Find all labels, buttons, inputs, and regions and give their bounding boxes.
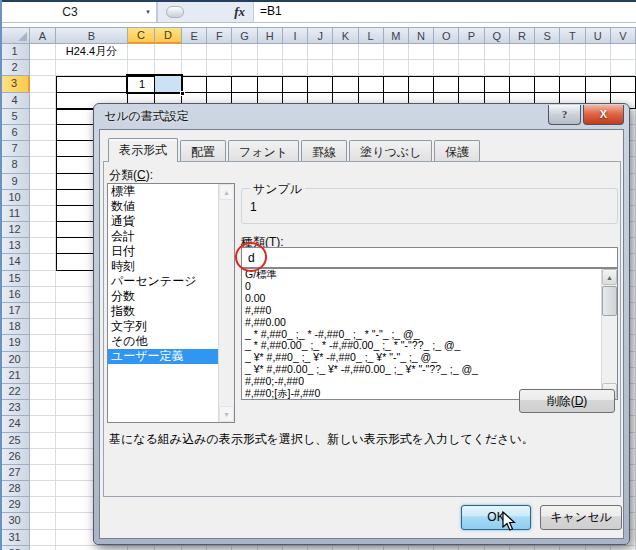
cell-N1[interactable] [409, 44, 434, 60]
cell-A21[interactable] [30, 368, 56, 384]
dialog-help-button[interactable]: ? [548, 105, 581, 125]
ok-button[interactable]: OK [461, 505, 531, 530]
cell-V1[interactable] [611, 44, 636, 60]
cell-K3[interactable] [333, 76, 358, 92]
tab-1[interactable]: 表示形式 [108, 138, 178, 162]
cell-J1[interactable] [308, 44, 333, 60]
cell-F32[interactable] [207, 546, 232, 550]
column-header-H[interactable]: H [258, 27, 283, 44]
cell-R1[interactable] [510, 44, 535, 60]
cell-O3[interactable] [434, 76, 459, 92]
cell-B1[interactable]: H24.4月分 [56, 44, 128, 60]
cell-P2[interactable] [459, 60, 484, 76]
scroll-down-icon[interactable]: ▼ [219, 406, 234, 422]
row-header-16[interactable]: 16 [0, 287, 30, 303]
row-header-3[interactable]: 3 [0, 76, 30, 92]
cell-L1[interactable] [359, 44, 384, 60]
cell-J3[interactable] [308, 76, 333, 92]
cell-V3[interactable] [611, 76, 636, 92]
cell-Q1[interactable] [485, 44, 510, 60]
name-box-dropdown-icon[interactable]: ▾ [140, 8, 156, 16]
cell-Q2[interactable] [485, 60, 510, 76]
column-header-T[interactable]: T [560, 27, 585, 44]
row-header-13[interactable]: 13 [0, 238, 30, 254]
cell-A3[interactable] [30, 76, 56, 92]
row-header-24[interactable]: 24 [0, 416, 30, 432]
cell-G32[interactable] [232, 546, 257, 550]
cell-S2[interactable] [535, 60, 560, 76]
column-header-F[interactable]: F [207, 27, 232, 44]
row-header-23[interactable]: 23 [0, 400, 30, 416]
cell-B2[interactable] [56, 60, 128, 76]
row-header-21[interactable]: 21 [0, 368, 30, 384]
cell-H3[interactable] [258, 76, 283, 92]
insert-function-icon[interactable]: fx [234, 4, 245, 20]
column-header-P[interactable]: P [459, 27, 484, 44]
column-header-C[interactable]: C [128, 27, 155, 44]
cell-K32[interactable] [333, 546, 358, 550]
cell-A6[interactable] [30, 125, 56, 141]
column-header-U[interactable]: U [586, 27, 611, 44]
cell-T1[interactable] [560, 44, 585, 60]
cell-J2[interactable] [308, 60, 333, 76]
select-all-corner[interactable] [0, 27, 30, 44]
cell-E32[interactable] [182, 546, 207, 550]
category-item[interactable]: 数値 [108, 199, 219, 214]
cell-P32[interactable] [459, 546, 484, 550]
cell-A32[interactable] [30, 546, 56, 550]
category-listbox[interactable]: ▲ ▼ 標準数値通貨会計日付時刻パーセンテージ分数指数文字列その他ユーザー定義 [107, 183, 235, 423]
cell-O1[interactable] [434, 44, 459, 60]
category-item[interactable]: 標準 [108, 184, 219, 199]
column-header-O[interactable]: O [434, 27, 459, 44]
cell-A1[interactable] [30, 44, 56, 60]
row-header-17[interactable]: 17 [0, 303, 30, 319]
cell-H2[interactable] [258, 60, 283, 76]
cell-C1[interactable] [128, 44, 155, 60]
cell-P3[interactable] [459, 76, 484, 92]
cell-T3[interactable] [560, 76, 585, 92]
row-header-26[interactable]: 26 [0, 449, 30, 465]
format-list-scrollbar[interactable]: ▲ ▼ [601, 269, 617, 399]
cell-U1[interactable] [586, 44, 611, 60]
cell-A31[interactable] [30, 530, 56, 546]
cell-A23[interactable] [30, 400, 56, 416]
cell-A29[interactable] [30, 497, 56, 513]
cell-I32[interactable] [283, 546, 308, 550]
cell-L32[interactable] [359, 546, 384, 550]
cell-Q32[interactable] [485, 546, 510, 550]
cell-A8[interactable] [30, 157, 56, 173]
cell-A30[interactable] [30, 513, 56, 529]
cell-M3[interactable] [384, 76, 409, 92]
column-header-E[interactable]: E [182, 27, 207, 44]
column-header-K[interactable]: K [333, 27, 358, 44]
row-header-11[interactable]: 11 [0, 206, 30, 222]
cell-A9[interactable] [30, 174, 56, 190]
format-code-item[interactable]: #,##0 [242, 305, 602, 317]
row-header-25[interactable]: 25 [0, 433, 30, 449]
cell-A18[interactable] [30, 319, 56, 335]
scrollbar-thumb[interactable] [602, 286, 617, 316]
cell-M32[interactable] [384, 546, 409, 550]
cell-A28[interactable] [30, 481, 56, 497]
row-header-10[interactable]: 10 [0, 190, 30, 206]
cell-A7[interactable] [30, 141, 56, 157]
cell-I3[interactable] [283, 76, 308, 92]
cell-L2[interactable] [359, 60, 384, 76]
column-header-D[interactable]: D [155, 27, 182, 44]
delete-button[interactable]: 削除(D) [519, 389, 615, 413]
cell-A17[interactable] [30, 303, 56, 319]
row-header-32[interactable]: 32 [0, 546, 30, 550]
scroll-up-icon[interactable]: ▲ [602, 269, 617, 285]
row-header-5[interactable]: 5 [0, 109, 30, 125]
cell-L3[interactable] [359, 76, 384, 92]
category-item[interactable]: 日付 [108, 244, 219, 259]
row-header-12[interactable]: 12 [0, 222, 30, 238]
cell-J32[interactable] [308, 546, 333, 550]
format-code-listbox[interactable]: ▲ ▼ G/標準00.00#,##0#,##0.00_ * #,##0_ ;_ … [241, 268, 618, 400]
category-item[interactable]: 分数 [108, 289, 219, 304]
cell-K1[interactable] [333, 44, 358, 60]
cell-A25[interactable] [30, 433, 56, 449]
cell-M1[interactable] [384, 44, 409, 60]
cell-B3[interactable] [56, 76, 128, 92]
cell-I1[interactable] [283, 44, 308, 60]
